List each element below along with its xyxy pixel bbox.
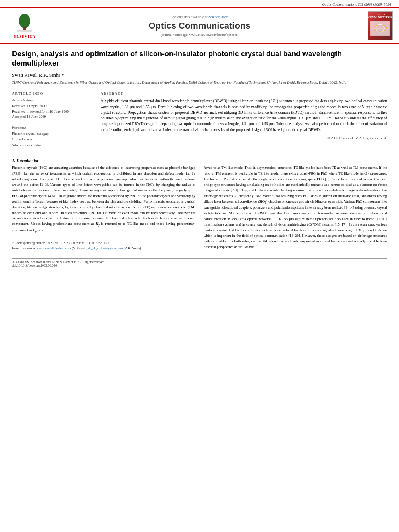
sciencedirect-text: Contents lists available at xyxy=(171,15,208,19)
homepage-text: journal homepage: www.elsevier.com/locat… xyxy=(161,33,237,37)
sciencedirect-link[interactable]: ScienceDirect xyxy=(208,15,228,19)
journal-cover: OPTICSCOMMUNICATIONS xyxy=(368,11,393,40)
page: Optics Communications 282 (2009) 3889–38… xyxy=(0,0,399,532)
main-content: Design, analysis and optimization of sil… xyxy=(0,44,399,275)
intro-right-col: ferred to as TM like mode. Thus in asymm… xyxy=(204,165,387,253)
abstract-header: ABSTRACT xyxy=(101,92,387,96)
email-link-2[interactable]: dr_rk_sinha@yahoo.com xyxy=(88,246,123,250)
elsevier-label: ELSEVIER xyxy=(14,35,35,39)
journal-citation: Optics Communications 282 (2009) 3889–38… xyxy=(0,0,399,7)
intro-section-title: 1. Introduction xyxy=(12,158,387,163)
email-link-1[interactable]: swati.rawal@yahoo.com xyxy=(37,246,71,250)
keyword-3: Silicon-on-insulator xyxy=(12,142,93,148)
journal-cover-area: OPTICSCOMMUNICATIONS xyxy=(356,11,393,40)
authors: Swati Rawal, R.K. Sinha * xyxy=(12,72,387,78)
keyword-2: Guided waves xyxy=(12,136,93,142)
article-title: Design, analysis and optimization of sil… xyxy=(12,49,387,68)
accepted-date: Accepted 18 June 2009 xyxy=(12,114,93,120)
keyword-1: Photonic crystal bandgap xyxy=(12,131,93,136)
cover-title: OPTICSCOMMUNICATIONS xyxy=(368,13,392,19)
article-info-header: ARTICLE INFO xyxy=(12,92,93,96)
journal-homepage: journal homepage: www.elsevier.com/locat… xyxy=(43,33,356,37)
revised-date: Received in revised form 16 June 2009 xyxy=(12,109,93,115)
keywords-title: Keywords: xyxy=(12,125,93,129)
svg-rect-3 xyxy=(17,30,32,32)
sciencedirect-line: Contents lists available at ScienceDirec… xyxy=(43,15,356,19)
elsevier-logo: ELSEVIER xyxy=(6,13,43,39)
abstract-col: ABSTRACT A highly efficient photonic cry… xyxy=(101,89,387,148)
issn-line: 0030-4018/$ - see front matter © 2009 El… xyxy=(12,260,387,264)
affiliation: TIFAC-Centre of Relevance and Excellence… xyxy=(12,80,387,85)
footnote-email: E-mail addresses: swati.rawal@yahoo.com … xyxy=(12,246,195,251)
intro-para-right: ferred to as TM like mode. Thus in asymm… xyxy=(204,165,387,250)
keyword-list: Photonic crystal bandgap Guided waves Si… xyxy=(12,131,93,148)
intro-left-col: Photonic crystals (PhC) are attracting a… xyxy=(12,165,195,253)
author-names: Swati Rawal, R.K. Sinha * xyxy=(12,72,64,78)
svg-point-4 xyxy=(23,15,26,18)
doi-line: doi:10.1016/j.optcom.2009.06.046 xyxy=(12,264,387,267)
abstract-text: A highly efficient photonic crystal dual… xyxy=(101,98,387,133)
cover-graphic-icon xyxy=(371,21,389,35)
section-divider xyxy=(12,153,387,153)
citation-text: Optics Communications 282 (2009) 3889–38… xyxy=(322,2,391,6)
article-info-abstract: ARTICLE INFO Article history: Received 1… xyxy=(12,89,387,148)
history-title: Article history: xyxy=(12,98,93,102)
intro-body: Photonic crystals (PhC) are attracting a… xyxy=(12,165,387,253)
footnote-area: * Corresponding author. Tel.: +91 11 278… xyxy=(12,238,195,251)
received-date: Received 13 April 2009 xyxy=(12,103,93,109)
copyright: © 2009 Elsevier B.V. All rights reserved… xyxy=(101,136,387,140)
journal-header: ELSEVIER Contents lists available at Sci… xyxy=(0,7,399,44)
cover-image xyxy=(370,21,390,36)
footnote-corresponding: * Corresponding author. Tel.: +91 11 278… xyxy=(12,240,195,246)
bottom-bar: 0030-4018/$ - see front matter © 2009 El… xyxy=(12,258,387,267)
article-info-col: ARTICLE INFO Article history: Received 1… xyxy=(12,89,93,148)
intro-para-1: Photonic crystals (PhC) are attracting a… xyxy=(12,165,195,234)
journal-header-center: Contents lists available at ScienceDirec… xyxy=(43,15,356,37)
elsevier-logo-area: ELSEVIER xyxy=(6,13,43,39)
elsevier-tree-icon xyxy=(14,13,35,34)
journal-title: Optics Communications xyxy=(43,21,356,31)
